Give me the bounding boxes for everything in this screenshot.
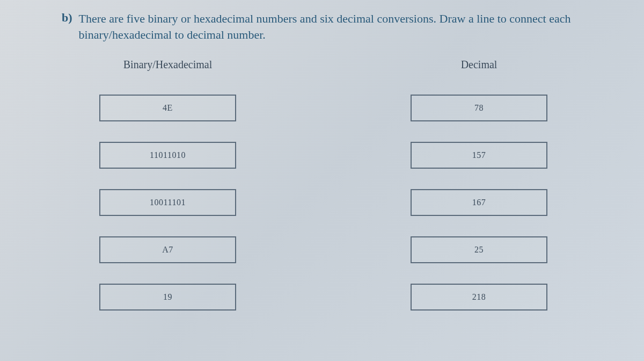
box-value: 25: [474, 245, 484, 255]
box-value: 19: [163, 292, 172, 302]
binary-hex-box[interactable]: A7: [99, 236, 236, 263]
decimal-column: Decimal 78 157 167 25 218: [411, 59, 547, 311]
binary-hex-box[interactable]: 4E: [99, 95, 236, 121]
question-letter: b): [62, 11, 72, 25]
decimal-box[interactable]: 167: [411, 189, 547, 216]
box-value: 167: [472, 198, 486, 207]
binary-hex-box[interactable]: 10011101: [99, 189, 236, 216]
box-value: 218: [472, 292, 486, 302]
question-text: There are five binary or hexadecimal num…: [79, 11, 590, 42]
decimal-box[interactable]: 78: [411, 95, 547, 121]
left-column-header: Binary/Hexadecimal: [123, 59, 213, 71]
decimal-box[interactable]: 157: [411, 142, 547, 169]
box-value: A7: [162, 245, 173, 255]
binary-hex-column: Binary/Hexadecimal 4E 11011010 10011101 …: [99, 59, 236, 311]
binary-hex-box[interactable]: 11011010: [99, 142, 236, 169]
box-value: 157: [472, 150, 486, 160]
binary-hex-box[interactable]: 19: [99, 284, 236, 311]
right-column-header: Decimal: [461, 59, 497, 71]
question-container: b) There are five binary or hexadecimal …: [0, 0, 644, 327]
matching-columns: Binary/Hexadecimal 4E 11011010 10011101 …: [62, 59, 590, 311]
box-value: 11011010: [150, 150, 186, 160]
question-header: b) There are five binary or hexadecimal …: [62, 11, 590, 42]
box-value: 78: [474, 103, 484, 113]
decimal-box[interactable]: 218: [411, 284, 547, 311]
box-value: 10011101: [150, 198, 186, 207]
decimal-box[interactable]: 25: [411, 236, 547, 263]
box-value: 4E: [163, 103, 173, 113]
